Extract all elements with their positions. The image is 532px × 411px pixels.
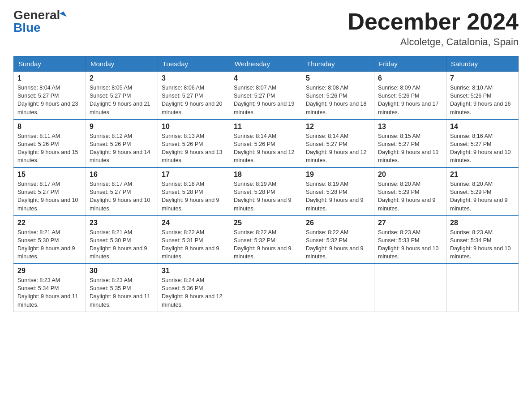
table-row: 25 Sunrise: 8:22 AM Sunset: 5:32 PM Dayl…	[230, 216, 302, 264]
day-info: Sunrise: 8:23 AM Sunset: 5:34 PM Dayligh…	[450, 228, 515, 261]
day-number: 5	[306, 74, 370, 82]
col-saturday: Saturday	[446, 56, 519, 72]
day-info: Sunrise: 8:21 AM Sunset: 5:30 PM Dayligh…	[17, 228, 82, 261]
day-number: 15	[17, 171, 82, 179]
table-row: 23 Sunrise: 8:21 AM Sunset: 5:30 PM Dayl…	[86, 216, 158, 264]
day-number: 29	[17, 267, 82, 275]
page-header: General Blue December 2024 Alcoletge, Ca…	[13, 9, 519, 48]
day-number: 4	[234, 74, 298, 82]
calendar-week-row: 1 Sunrise: 8:04 AM Sunset: 5:27 PM Dayli…	[14, 72, 519, 120]
table-row: 27 Sunrise: 8:23 AM Sunset: 5:33 PM Dayl…	[374, 216, 446, 264]
day-number: 21	[450, 171, 515, 179]
col-sunday: Sunday	[14, 56, 86, 72]
table-row: 10 Sunrise: 8:13 AM Sunset: 5:26 PM Dayl…	[158, 120, 230, 168]
day-info: Sunrise: 8:12 AM Sunset: 5:26 PM Dayligh…	[90, 132, 154, 165]
day-info: Sunrise: 8:23 AM Sunset: 5:35 PM Dayligh…	[90, 276, 154, 309]
logo-triangle-icon	[60, 11, 67, 19]
day-info: Sunrise: 8:11 AM Sunset: 5:26 PM Dayligh…	[17, 132, 82, 165]
table-row: 21 Sunrise: 8:20 AM Sunset: 5:29 PM Dayl…	[446, 167, 519, 216]
table-row	[374, 264, 446, 312]
table-row: 31 Sunrise: 8:24 AM Sunset: 5:36 PM Dayl…	[158, 264, 230, 312]
calendar-table: Sunday Monday Tuesday Wednesday Thursday…	[13, 56, 519, 312]
day-number: 14	[450, 123, 515, 131]
calendar-body: 1 Sunrise: 8:04 AM Sunset: 5:27 PM Dayli…	[14, 72, 519, 312]
day-number: 28	[450, 219, 515, 227]
day-number: 25	[234, 219, 298, 227]
day-number: 30	[90, 267, 154, 275]
day-number: 11	[234, 123, 298, 131]
day-info: Sunrise: 8:16 AM Sunset: 5:27 PM Dayligh…	[450, 132, 515, 165]
table-row: 7 Sunrise: 8:10 AM Sunset: 5:26 PM Dayli…	[446, 72, 519, 120]
day-info: Sunrise: 8:21 AM Sunset: 5:30 PM Dayligh…	[90, 228, 154, 261]
calendar-week-row: 22 Sunrise: 8:21 AM Sunset: 5:30 PM Dayl…	[14, 216, 519, 264]
logo-general-text: General	[13, 9, 60, 21]
col-monday: Monday	[86, 56, 158, 72]
day-number: 17	[162, 171, 226, 179]
table-row: 22 Sunrise: 8:21 AM Sunset: 5:30 PM Dayl…	[14, 216, 86, 264]
day-info: Sunrise: 8:07 AM Sunset: 5:27 PM Dayligh…	[234, 84, 298, 116]
table-row: 16 Sunrise: 8:17 AM Sunset: 5:27 PM Dayl…	[86, 167, 158, 216]
title-block: December 2024 Alcoletge, Catalonia, Spai…	[348, 9, 519, 48]
day-info: Sunrise: 8:13 AM Sunset: 5:26 PM Dayligh…	[162, 132, 226, 165]
table-row: 4 Sunrise: 8:07 AM Sunset: 5:27 PM Dayli…	[230, 72, 302, 120]
day-info: Sunrise: 8:17 AM Sunset: 5:27 PM Dayligh…	[90, 180, 154, 213]
day-info: Sunrise: 8:19 AM Sunset: 5:28 PM Dayligh…	[234, 180, 298, 213]
day-number: 2	[90, 74, 154, 82]
day-info: Sunrise: 8:24 AM Sunset: 5:36 PM Dayligh…	[162, 276, 226, 309]
day-number: 1	[17, 74, 82, 82]
day-number: 9	[90, 123, 154, 131]
day-number: 10	[162, 123, 226, 131]
table-row: 26 Sunrise: 8:22 AM Sunset: 5:32 PM Dayl…	[302, 216, 374, 264]
day-number: 26	[306, 219, 370, 227]
table-row: 9 Sunrise: 8:12 AM Sunset: 5:26 PM Dayli…	[86, 120, 158, 168]
calendar-week-row: 29 Sunrise: 8:23 AM Sunset: 5:34 PM Dayl…	[14, 264, 519, 312]
day-number: 13	[378, 123, 442, 131]
day-info: Sunrise: 8:18 AM Sunset: 5:28 PM Dayligh…	[162, 180, 226, 213]
table-row: 29 Sunrise: 8:23 AM Sunset: 5:34 PM Dayl…	[14, 264, 86, 312]
day-info: Sunrise: 8:20 AM Sunset: 5:29 PM Dayligh…	[378, 180, 442, 213]
day-info: Sunrise: 8:22 AM Sunset: 5:32 PM Dayligh…	[306, 228, 370, 261]
day-number: 27	[378, 219, 442, 227]
day-number: 12	[306, 123, 370, 131]
day-info: Sunrise: 8:20 AM Sunset: 5:29 PM Dayligh…	[450, 180, 515, 213]
col-thursday: Thursday	[302, 56, 374, 72]
day-info: Sunrise: 8:22 AM Sunset: 5:31 PM Dayligh…	[162, 228, 226, 261]
day-number: 23	[90, 219, 154, 227]
day-number: 6	[378, 74, 442, 82]
day-info: Sunrise: 8:17 AM Sunset: 5:27 PM Dayligh…	[17, 180, 82, 213]
table-row: 20 Sunrise: 8:20 AM Sunset: 5:29 PM Dayl…	[374, 167, 446, 216]
day-info: Sunrise: 8:22 AM Sunset: 5:32 PM Dayligh…	[234, 228, 298, 261]
table-row: 14 Sunrise: 8:16 AM Sunset: 5:27 PM Dayl…	[446, 120, 519, 168]
col-wednesday: Wednesday	[230, 56, 302, 72]
table-row: 13 Sunrise: 8:15 AM Sunset: 5:27 PM Dayl…	[374, 120, 446, 168]
day-number: 22	[17, 219, 82, 227]
table-row: 11 Sunrise: 8:14 AM Sunset: 5:26 PM Dayl…	[230, 120, 302, 168]
table-row	[230, 264, 302, 312]
day-number: 7	[450, 74, 515, 82]
table-row: 30 Sunrise: 8:23 AM Sunset: 5:35 PM Dayl…	[86, 264, 158, 312]
table-row: 3 Sunrise: 8:06 AM Sunset: 5:27 PM Dayli…	[158, 72, 230, 120]
day-info: Sunrise: 8:06 AM Sunset: 5:27 PM Dayligh…	[162, 84, 226, 116]
table-row: 24 Sunrise: 8:22 AM Sunset: 5:31 PM Dayl…	[158, 216, 230, 264]
day-info: Sunrise: 8:05 AM Sunset: 5:27 PM Dayligh…	[90, 84, 154, 116]
day-info: Sunrise: 8:23 AM Sunset: 5:34 PM Dayligh…	[17, 276, 82, 309]
logo: General Blue	[13, 9, 65, 34]
day-number: 31	[162, 267, 226, 275]
col-friday: Friday	[374, 56, 446, 72]
table-row: 28 Sunrise: 8:23 AM Sunset: 5:34 PM Dayl…	[446, 216, 519, 264]
table-row: 12 Sunrise: 8:14 AM Sunset: 5:27 PM Dayl…	[302, 120, 374, 168]
day-number: 8	[17, 123, 82, 131]
day-info: Sunrise: 8:08 AM Sunset: 5:26 PM Dayligh…	[306, 84, 370, 116]
table-row: 2 Sunrise: 8:05 AM Sunset: 5:27 PM Dayli…	[86, 72, 158, 120]
col-tuesday: Tuesday	[158, 56, 230, 72]
table-row: 5 Sunrise: 8:08 AM Sunset: 5:26 PM Dayli…	[302, 72, 374, 120]
calendar-week-row: 15 Sunrise: 8:17 AM Sunset: 5:27 PM Dayl…	[14, 167, 519, 216]
table-row: 1 Sunrise: 8:04 AM Sunset: 5:27 PM Dayli…	[14, 72, 86, 120]
day-number: 19	[306, 171, 370, 179]
table-row: 8 Sunrise: 8:11 AM Sunset: 5:26 PM Dayli…	[14, 120, 86, 168]
day-info: Sunrise: 8:14 AM Sunset: 5:27 PM Dayligh…	[306, 132, 370, 165]
day-info: Sunrise: 8:14 AM Sunset: 5:26 PM Dayligh…	[234, 132, 298, 165]
table-row: 18 Sunrise: 8:19 AM Sunset: 5:28 PM Dayl…	[230, 167, 302, 216]
table-row: 19 Sunrise: 8:19 AM Sunset: 5:28 PM Dayl…	[302, 167, 374, 216]
table-row: 17 Sunrise: 8:18 AM Sunset: 5:28 PM Dayl…	[158, 167, 230, 216]
